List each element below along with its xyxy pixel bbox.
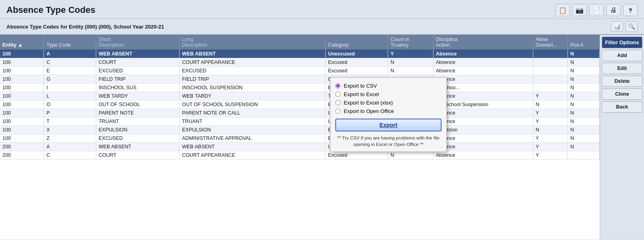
table-row[interactable]: 100ZEXCUSEDADMINISTRATIVE APPROVALExcuse…	[0, 134, 600, 143]
table-cell	[533, 67, 568, 75]
table-cell: WEB ABSENT	[96, 50, 179, 58]
table-row[interactable]: 100OOUT OF SCHOOLOUT OF SCHOOL SUSPENSIO…	[0, 101, 600, 109]
table-row[interactable]: 100LWEB TARDYWEB TARDYTardyNAbsenceYN	[0, 92, 600, 101]
table-cell	[533, 50, 568, 58]
table-cell: N	[568, 84, 600, 92]
table-cell: FIELD TRIP	[96, 75, 179, 84]
table-row[interactable]: 200AWEB ABSENTWEB ABSENTUnexcusedYAbsenc…	[0, 143, 600, 151]
sub-header-title: Absence Type Codes for Entity (000) (000…	[6, 24, 164, 30]
table-cell: COURT	[96, 151, 179, 160]
table-cell: Y	[533, 109, 568, 117]
table-cell: G	[44, 75, 96, 84]
table-cell: 100	[0, 92, 44, 101]
table-cell: WEB ABSENT	[180, 143, 326, 151]
table-cell: N	[568, 75, 600, 84]
table-cell: Y	[533, 117, 568, 126]
table-row[interactable]: 100GFIELD TRIPFIELD TRIPOtherNAbsenceN	[0, 75, 600, 84]
export-option-openoffice[interactable]: Export to Open Office	[335, 107, 442, 115]
table-cell: EXPULSION	[180, 126, 326, 134]
export-excel-label: Export to Excel	[344, 91, 379, 97]
table-row[interactable]: 100AWEB ABSENTWEB ABSENTUnexcusedYAbsenc…	[0, 50, 600, 58]
table-row[interactable]: 200CCOURTCOURT APPEARANCEExcusedNAbsence…	[0, 151, 600, 160]
table-cell: Out School Suspension	[433, 101, 533, 109]
col-header-category: Category	[325, 35, 388, 50]
table-cell: EXCUSED	[96, 67, 179, 75]
sub-header-icons: 📊 🔍	[611, 21, 638, 32]
clone-button[interactable]: Clone	[602, 88, 642, 100]
table-area: Entity ▲ Type Code ShortDescription Long…	[0, 35, 600, 240]
table-cell: N	[568, 92, 600, 101]
table-cell: INSCHOOL SUS	[96, 84, 179, 92]
table-cell: P	[44, 109, 96, 117]
table-header-row: Entity ▲ Type Code ShortDescription Long…	[0, 35, 600, 50]
table-cell: 100	[0, 126, 44, 134]
export-xlsx-radio[interactable]	[335, 100, 341, 105]
col-header-entity[interactable]: Entity ▲	[0, 35, 44, 50]
col-header-pos-a: Pos A	[568, 35, 600, 50]
book-icon-btn[interactable]: 📋	[555, 4, 570, 16]
table-cell: COURT	[96, 58, 179, 67]
table-cell: N	[388, 67, 433, 75]
table-cell: N	[568, 101, 600, 109]
table-cell: Excused	[325, 151, 388, 160]
table-cell: Absence	[433, 143, 533, 151]
help-icon-btn[interactable]: ?	[623, 4, 638, 16]
table-row[interactable]: 100XEXPULSIONEXPULSIONExcusedNExpulsionN…	[0, 126, 600, 134]
table-cell: Absence	[433, 58, 533, 67]
table-cell: Z	[44, 134, 96, 143]
search-icon-btn[interactable]: 🔍	[625, 21, 638, 32]
table-cell: N	[568, 109, 600, 117]
table-row[interactable]: 100IINSCHOOL SUSINSCHOOL SUSPENSIONExcus…	[0, 84, 600, 92]
table-body: 100AWEB ABSENTWEB ABSENTUnexcusedYAbsenc…	[0, 50, 600, 160]
table-row[interactable]: 100CCOURTCOURT APPEARANCEExcusedNAbsence…	[0, 58, 600, 67]
export-dropdown: Export to CSV Export to Excel Export to …	[330, 77, 447, 152]
table-cell: FIELD TRIP	[180, 75, 326, 84]
export-option-xlsx[interactable]: Export to Excel (xlsx)	[335, 98, 442, 107]
col-header-long-desc[interactable]: LongDescription	[180, 35, 326, 50]
export-xlsx-label: Export to Excel (xlsx)	[344, 100, 393, 106]
export-excel-radio[interactable]	[335, 92, 341, 97]
table-row[interactable]: 100EEXCUSEDEXCUSEDExcusedNAbsenceN	[0, 67, 600, 75]
table-cell	[533, 75, 568, 84]
table-cell: Absence	[433, 75, 533, 84]
table-cell: WEB TARDY	[180, 92, 326, 101]
filter-options-button[interactable]: Filter Options	[602, 37, 642, 48]
print-icon-btn[interactable]: 🖨	[606, 4, 621, 16]
table-cell: Y	[533, 143, 568, 151]
export-button[interactable]: Export	[335, 119, 442, 131]
table-cell: Y	[533, 151, 568, 160]
export-openoffice-radio[interactable]	[335, 109, 341, 114]
table-row[interactable]: 100TTRUANTTRUANTUnexcusedYAbsenceYN	[0, 117, 600, 126]
table-cell: A	[44, 143, 96, 151]
table-cell: C	[44, 151, 96, 160]
table-cell: Absence	[433, 109, 533, 117]
table-cell: Absence	[433, 117, 533, 126]
col-header-short-desc[interactable]: ShortDescription	[96, 35, 179, 50]
table-cell: 100	[0, 75, 44, 84]
table-cell: 100	[0, 134, 44, 143]
add-button[interactable]: Add	[602, 50, 642, 61]
back-button[interactable]: Back	[602, 101, 642, 113]
table-cell: COURT APPEARANCE	[180, 58, 326, 67]
table-cell: Expulsion	[433, 126, 533, 134]
export-option-excel[interactable]: Export to Excel	[335, 90, 442, 98]
table-cell: 100	[0, 50, 44, 58]
table-cell: E	[44, 67, 96, 75]
delete-button[interactable]: Delete	[602, 76, 642, 87]
copy-icon-btn[interactable]: 📄	[589, 4, 604, 16]
table-cell: N	[568, 126, 600, 134]
edit-button[interactable]: Edit	[602, 63, 642, 74]
export-option-csv[interactable]: Export to CSV	[335, 82, 442, 90]
table-row[interactable]: 100PPARENT NOTEPARENT NOTE OR CALLUnexcu…	[0, 109, 600, 117]
table-cell: OUT OF SCHOOL SUSPENSION	[180, 101, 326, 109]
camera-icon-btn[interactable]: 📷	[572, 4, 587, 16]
excel-export-icon-btn[interactable]: 📊	[611, 21, 623, 32]
col-header-type-code: Type Code	[44, 35, 96, 50]
table-cell: 200	[0, 143, 44, 151]
table-cell: L	[44, 92, 96, 101]
table-cell: X	[44, 126, 96, 134]
table-cell	[568, 151, 600, 160]
table-cell: WEB ABSENT	[180, 50, 326, 58]
export-csv-radio[interactable]	[335, 83, 341, 88]
sub-header: Absence Type Codes for Entity (000) (000…	[0, 19, 644, 35]
